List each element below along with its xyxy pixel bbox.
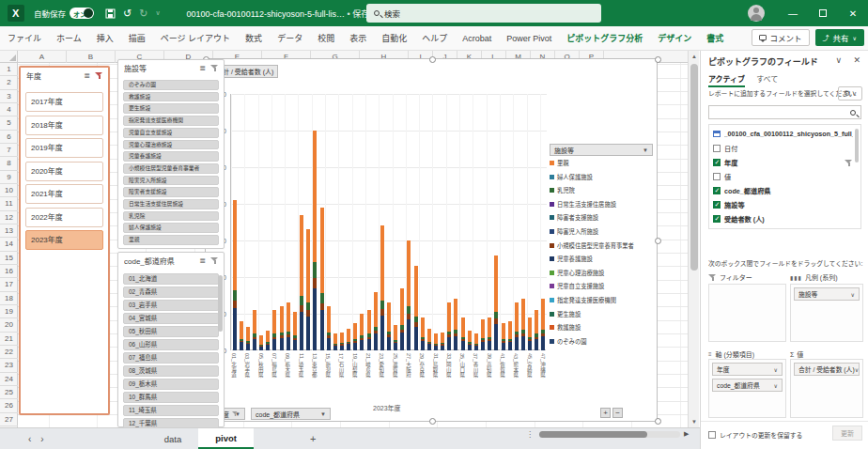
slicer-item-03_岩手県[interactable]: 03_岩手県 [123,300,219,311]
bar-29_奈良県-里親[interactable] [421,317,425,337]
bar-40_福岡県-小規模住居型児童養育事業者[interactable] [494,318,498,323]
bar-46_鹿児島県-乳児院[interactable] [535,333,538,336]
bar-16_富山県-乳児院[interactable] [333,344,337,345]
legend-entry-指定発達支援医療機関[interactable]: 指定発達支援医療機関 [550,296,616,304]
bar-04_宮城県-里親[interactable] [253,310,256,333]
bar-12_千葉県-児童養護施設[interactable] [306,317,310,350]
bar-32_島根県-小規模住居型児童養育事業者[interactable] [441,344,444,345]
bar-38_愛媛県-児童養護施設[interactable] [481,342,485,350]
bar-11_埼玉県-里親[interactable] [300,215,303,296]
slicer-item-2023年度[interactable]: 2023年度 [25,230,103,250]
bar-22_静岡県-里親[interactable] [374,292,378,327]
ribbon-tab-ヘルプ[interactable]: ヘルプ [414,26,455,50]
bar-36_徳島県-乳児院[interactable] [468,342,472,344]
bar-42_長崎県-乳児院[interactable] [508,339,512,341]
bar-30_和歌山県-里親[interactable] [427,329,431,342]
field-checkbox-施設等[interactable] [713,201,721,209]
slicer-item-児童心理治療施設[interactable]: 児童心理治療施設 [123,140,219,150]
legend-entry-児童心理治療施設[interactable]: 児童心理治療施設 [550,269,604,277]
sheet-tab-pivot[interactable]: pivot [198,428,254,449]
ribbon-tab-Acrobat[interactable]: Acrobat [455,26,499,50]
bar-04_宮城県-小規模住居型児童養育事業者[interactable] [253,337,256,339]
bar-09_栃木県-里親[interactable] [287,302,290,331]
chart-selection-handle[interactable] [429,418,436,425]
slicer-item-2019年度[interactable]: 2019年度 [25,138,103,158]
row-header-16[interactable]: 16 [0,265,18,278]
sheet-tab-data[interactable]: data [147,428,199,449]
bar-21_岐阜県-小規模住居型児童養育事業者[interactable] [367,337,371,339]
slicer-item-05_秋田県[interactable]: 05_秋田県 [123,326,219,337]
legend-entry-日常生活支援住居施設[interactable]: 日常生活支援住居施設 [550,200,616,209]
chart-selection-handle[interactable] [429,56,436,63]
legend-entry-障害者支援施設[interactable]: 障害者支援施設 [550,213,598,222]
slicer-item-08_茨城県[interactable]: 08_茨城県 [123,365,219,377]
bar-05_秋田県-小規模住居型児童養育事業者[interactable] [259,346,263,347]
bar-13_東京都-小規模住居型児童養育事業者[interactable] [313,278,317,289]
bar-09_栃木県-小規模住居型児童養育事業者[interactable] [287,334,290,337]
row-header-26[interactable]: 26 [0,399,18,412]
row-header-21[interactable]: 21 [0,333,18,346]
bar-30_和歌山県-児童養護施設[interactable] [427,344,431,350]
bar-23_愛知県-里親[interactable] [380,225,384,301]
slicer-item-指定発達支援医療機関[interactable]: 指定発達支援医療機関 [123,116,219,126]
bar-46_鹿児島県-児童養護施設[interactable] [535,339,538,350]
bar-47_沖縄県-乳児院[interactable] [541,330,545,333]
slicer-item-07_福島県[interactable]: 07_福島県 [123,352,219,364]
bar-27_大阪府-児童養護施設[interactable] [407,319,411,350]
prev-sheet-icon[interactable]: ‹ [28,434,31,444]
bar-09_栃木県-児童養護施設[interactable] [287,337,290,350]
bar-14_神奈川県-児童養護施設[interactable] [320,310,324,350]
bar-37_香川県-小規模住居型児童養育事業者[interactable] [474,345,478,346]
bar-16_富山県-里親[interactable] [333,333,337,344]
bar-01_北海道-児童養護施設[interactable] [233,308,237,350]
field-row-受給者数 (人)[interactable]: 受給者数 (人) [713,212,853,225]
multi-select-icon[interactable]: ≣ [199,65,206,72]
bar-17_石川県-児童養護施設[interactable] [340,346,344,350]
bar-18_福井県-里親[interactable] [347,329,350,342]
horizontal-scrollbar[interactable]: ⋮ ▶ [526,429,695,439]
field-list-scrollbar[interactable] [855,129,859,163]
hscroll-thumb[interactable] [539,431,647,438]
comments-button[interactable]: コメント [752,29,810,46]
collapse-button[interactable]: − [612,408,623,418]
bar-15_新潟県-小規模住居型児童養育事業者[interactable] [327,335,331,337]
defer-checkbox-box[interactable] [708,431,716,439]
bar-10_群馬県-乳児院[interactable] [293,335,297,338]
bar-46_鹿児島県-小規模住居型児童養育事業者[interactable] [535,337,538,339]
row-header-5[interactable]: 5 [0,116,18,130]
chart-selection-handle[interactable] [655,56,661,63]
bar-25_滋賀県-乳児院[interactable] [394,340,397,342]
bar-24_三重県-児童養護施設[interactable] [387,337,391,350]
bar-17_石川県-里親[interactable] [340,333,344,343]
slicer-item-障害児入所施設[interactable]: 障害児入所施設 [123,176,219,186]
bar-34_広島県-乳児院[interactable] [454,330,457,333]
bar-03_岩手県-乳児院[interactable] [246,341,250,343]
bar-45_宮崎県-児童養護施設[interactable] [528,341,532,350]
bar-03_岩手県-里親[interactable] [246,327,250,341]
bar-21_岐阜県-里親[interactable] [367,310,371,333]
legend-entry-婦人保護施設[interactable]: 婦人保護施設 [550,173,593,181]
legend-entry-児童自立支援施設[interactable]: 児童自立支援施設 [550,282,604,290]
bar-34_広島県-小規模住居型児童養育事業者[interactable] [454,333,457,336]
bar-25_滋賀県-小規模住居型児童養育事業者[interactable] [394,342,397,344]
bar-20_長野県-小規模住居型児童養育事業者[interactable] [360,338,364,340]
axis-field-button-code_都道府県[interactable]: code_都道府県▼ [251,408,331,420]
bar-04_宮城県-児童養護施設[interactable] [253,339,256,350]
bar-45_宮崎県-小規模住居型児童養育事業者[interactable] [528,339,532,341]
slicer-item-04_宮城県[interactable]: 04_宮城県 [123,313,219,324]
bar-41_佐賀県-里親[interactable] [502,323,505,340]
bar-30_和歌山県-乳児院[interactable] [427,342,431,344]
slicer-item-児童自立支援施設[interactable]: 児童自立支援施設 [123,128,219,138]
chart-selection-handle[interactable] [655,418,661,425]
bar-38_愛媛県-小規模住居型児童養育事業者[interactable] [481,340,485,342]
row-header-15[interactable]: 15 [0,252,18,265]
bar-19_山梨県-乳児院[interactable] [353,339,357,341]
row-header-22[interactable]: 22 [0,346,18,359]
restore-button[interactable] [808,0,838,26]
scroll-right-icon[interactable]: ▶ [684,430,689,438]
slicer-item-2021年度[interactable]: 2021年度 [25,184,103,204]
ribbon-tab-表示[interactable]: 表示 [342,26,374,50]
bar-42_長崎県-里親[interactable] [508,321,512,339]
slicer-item-09_栃木県[interactable]: 09_栃木県 [123,379,219,390]
axis-area[interactable]: 年度∨code_都道府県∨ [708,359,786,418]
